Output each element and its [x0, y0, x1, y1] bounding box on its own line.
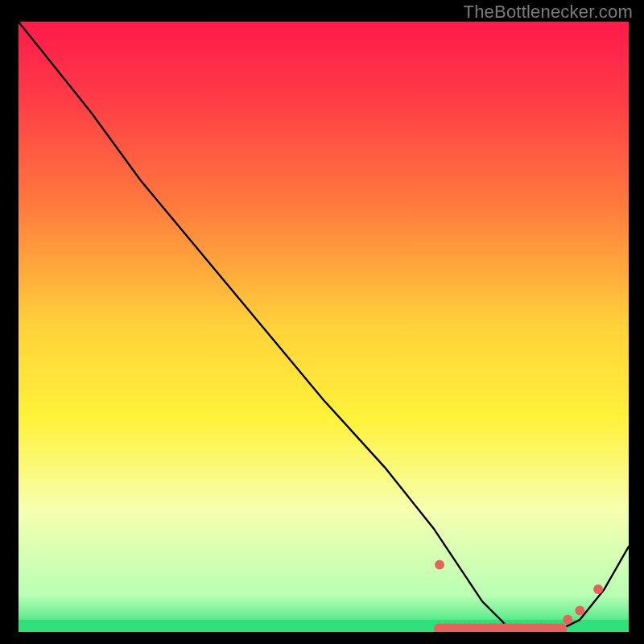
chart-stage: { "watermark": { "text": "TheBottlenecke…: [0, 0, 644, 644]
svg-point-25: [555, 623, 567, 634]
chart-svg: [0, 0, 644, 644]
svg-point-29: [593, 584, 603, 594]
svg-point-26: [435, 560, 444, 570]
chart-background: [19, 22, 629, 632]
svg-point-27: [563, 615, 572, 625]
watermark-text: TheBottlenecker.com: [464, 2, 633, 23]
svg-point-28: [575, 605, 584, 615]
